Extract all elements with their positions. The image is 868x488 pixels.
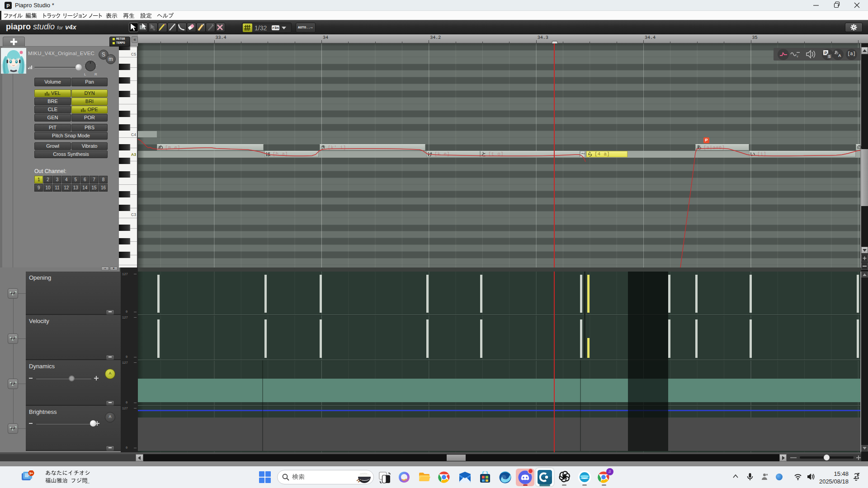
svg-text:v: v [797,55,798,58]
svg-text:P: P [6,3,9,9]
svg-text:S: S [828,54,830,59]
svg-text:r3n: r3n [272,26,279,30]
svg-text:R: R [94,72,97,76]
svg-text:9+: 9+ [29,472,33,475]
svg-text:L: L [84,72,86,76]
svg-text:P: P [824,51,827,55]
